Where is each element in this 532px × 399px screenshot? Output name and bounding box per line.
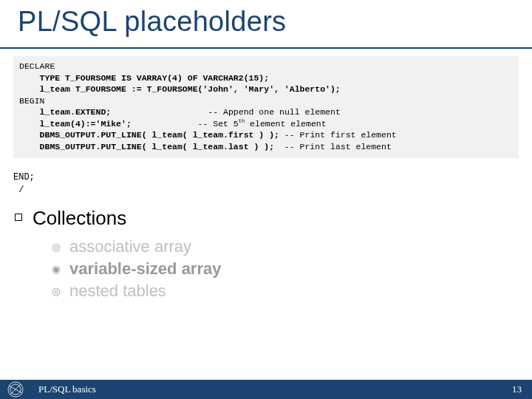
- list-item: ◎ nested tables: [50, 282, 221, 301]
- code-line: TYPE T_FOURSOME IS: [19, 73, 137, 83]
- code-trailer: END; /: [13, 171, 519, 197]
- page-number: 13: [512, 383, 522, 395]
- page-title: PL/SQL placeholders: [18, 6, 286, 38]
- code-comment: -- Set 5th element element: [198, 119, 327, 129]
- list-item-label: variable-sized array: [69, 259, 221, 279]
- code-line: /: [13, 185, 24, 195]
- code-line: DBMS_OUTPUT.PUT_LINE( l_team( l_team.fir…: [19, 130, 279, 140]
- code-comment: -- Print first element: [279, 130, 397, 140]
- code-line: l_team.EXTEND;: [19, 107, 111, 117]
- list-item: ◉ variable-sized array: [50, 259, 221, 279]
- cern-logo-icon: [7, 381, 24, 398]
- code-line: DBMS_OUTPUT.PUT_LINE( l_team( l_team.las…: [19, 142, 274, 151]
- target-bullet-icon: ◎: [50, 241, 62, 253]
- code-line: END;: [13, 172, 35, 183]
- collections-heading: Collections: [33, 207, 221, 230]
- code-comment: -- Append one null element: [208, 107, 340, 117]
- square-bullet-icon: [15, 214, 22, 221]
- footer-bar: PL/SQL basics 13: [0, 380, 532, 399]
- code-comment: -- Print last element: [274, 142, 392, 151]
- title-underline: [0, 47, 532, 49]
- code-line: DECLARE: [19, 61, 55, 71]
- code-line: VARRAY(4) OF VARCHAR2(15);: [137, 73, 269, 83]
- list-item-label: associative array: [69, 237, 191, 256]
- code-line: l_team T_FOURSOME := T_FOURSOME('John', …: [19, 84, 341, 94]
- collections-section: Collections ◎ associative array ◉ variab…: [33, 207, 221, 304]
- code-block: DECLARE TYPE T_FOURSOME IS VARRAY(4) OF …: [13, 56, 519, 158]
- list-item-label: nested tables: [69, 282, 166, 301]
- list-item: ◎ associative array: [50, 237, 221, 256]
- target-bullet-icon: ◎: [50, 285, 62, 297]
- dot-bullet-icon: ◉: [50, 263, 62, 275]
- code-line: l_team(4):='Mike';: [19, 119, 132, 129]
- footer-text: PL/SQL basics: [38, 383, 96, 395]
- code-line: BEGIN: [19, 96, 45, 106]
- collections-list: ◎ associative array ◉ variable-sized arr…: [50, 237, 221, 301]
